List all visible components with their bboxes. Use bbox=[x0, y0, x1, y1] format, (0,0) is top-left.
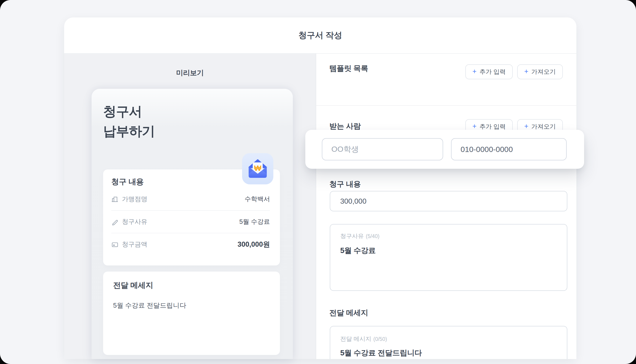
recipient-name-input[interactable]: OO학생 bbox=[322, 138, 443, 160]
merchant-label-text: 가맹점명 bbox=[122, 195, 147, 204]
storefront-icon bbox=[111, 196, 118, 203]
message-title: 전달 메세지 bbox=[329, 308, 368, 317]
recipient-phone-input[interactable]: 010-0000-0000 bbox=[451, 138, 567, 160]
recipient-import-label: 가져오기 bbox=[531, 122, 556, 131]
reason-label-text: 청구사유 bbox=[122, 218, 147, 226]
table-row: 청구사유 5월 수강료 bbox=[111, 210, 270, 233]
billing-reason-label: 청구사유 (5/40) bbox=[340, 232, 557, 240]
amount-label: 청구금액 bbox=[111, 240, 147, 249]
preview-message-card: 전달 메세지 5월 수강료 전달드립니다 bbox=[103, 272, 280, 355]
pencil-icon bbox=[111, 218, 118, 226]
preview-panel-title: 미리보기 bbox=[64, 54, 316, 78]
invoice-preview-card: 청구서 납부하기 bbox=[92, 89, 293, 359]
table-row: 가맹점명 수학백서 bbox=[111, 188, 270, 210]
window-body: 미리보기 청구서 납부하기 bbox=[64, 54, 576, 359]
reason-label: 청구사유 bbox=[111, 218, 147, 226]
preview-message-title: 전달 메세지 bbox=[113, 281, 270, 290]
recipient-input-popover: OO학생 010-0000-0000 bbox=[305, 130, 584, 169]
billing-reason-label-text: 청구사유 bbox=[340, 232, 364, 240]
merchant-value: 수학백서 bbox=[245, 195, 270, 204]
template-list-actions: + 추가 입력 + 가져오기 bbox=[465, 64, 563, 79]
amount-value: 300,000원 bbox=[238, 240, 270, 249]
merchant-label: 가맹점명 bbox=[111, 195, 147, 204]
message-textarea-value: 5월 수강료 전달드립니다 bbox=[340, 348, 557, 358]
preview-message-text: 5월 수강료 전달드립니다 bbox=[113, 300, 270, 310]
template-add-input-label: 추가 입력 bbox=[479, 68, 506, 76]
billing-title: 청구 내용 bbox=[329, 180, 361, 189]
reason-value: 5월 수강료 bbox=[239, 218, 270, 226]
recipient-title: 받는 사람 bbox=[329, 122, 361, 131]
message-textarea[interactable]: 전달 메시지 (0/50) 5월 수강료 전달드립니다 bbox=[330, 326, 567, 359]
app-background: 청구서 작성 미리보기 청구서 납부하기 bbox=[0, 0, 636, 364]
preview-panel: 미리보기 청구서 납부하기 bbox=[64, 54, 316, 359]
char-counter: (5/40) bbox=[366, 233, 379, 240]
invoice-preview-title-line2: 납부하기 bbox=[103, 124, 155, 138]
template-import-label: 가져오기 bbox=[531, 68, 556, 76]
billing-reason-value: 5월 수강료 bbox=[340, 246, 557, 256]
invoice-preview-title-line1: 청구서 bbox=[103, 104, 142, 119]
card-icon bbox=[111, 241, 118, 248]
invoice-preview-title: 청구서 납부하기 bbox=[103, 102, 155, 141]
invoice-composer-window: 청구서 작성 미리보기 청구서 납부하기 bbox=[64, 18, 576, 359]
envelope-won-icon: ₩ bbox=[242, 153, 273, 184]
table-row: 청구금액 300,000원 bbox=[111, 233, 270, 256]
section-divider bbox=[316, 105, 576, 106]
plus-icon: + bbox=[524, 68, 528, 75]
recipient-add-input-label: 추가 입력 bbox=[479, 122, 506, 131]
billing-reason-textarea[interactable]: 청구사유 (5/40) 5월 수강료 bbox=[330, 224, 567, 291]
plus-icon: + bbox=[472, 123, 476, 130]
form-panel: 템플릿 목록 + 추가 입력 + 가져오기 받는 사람 + bbox=[316, 54, 576, 359]
template-import-button[interactable]: + 가져오기 bbox=[517, 64, 563, 79]
svg-text:₩: ₩ bbox=[254, 164, 262, 172]
amount-label-text: 청구금액 bbox=[122, 240, 147, 249]
plus-icon: + bbox=[472, 68, 476, 75]
page-title: 청구서 작성 bbox=[299, 30, 342, 41]
char-counter: (0/50) bbox=[373, 336, 387, 342]
preview-billing-rows: 가맹점명 수학백서 청구사유 bbox=[111, 188, 270, 256]
template-add-input-button[interactable]: + 추가 입력 bbox=[465, 64, 513, 79]
plus-icon: + bbox=[524, 123, 528, 130]
template-list-title: 템플릿 목록 bbox=[329, 64, 368, 73]
billing-amount-input[interactable]: 300,000 bbox=[330, 191, 567, 211]
window-header: 청구서 작성 bbox=[64, 18, 576, 54]
message-textarea-label: 전달 메시지 (0/50) bbox=[340, 335, 557, 343]
message-textarea-label-text: 전달 메시지 bbox=[340, 335, 371, 343]
